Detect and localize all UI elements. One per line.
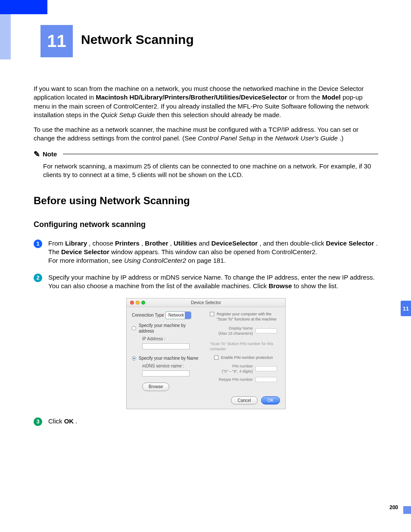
s1-l3b: on page 181. — [188, 257, 226, 264]
cancel-button[interactable]: Cancel — [231, 396, 257, 405]
ip-label: IP Address : — [132, 336, 202, 342]
connection-type-row: Connection Type Network — [132, 311, 202, 319]
step-3-bullet: 3 — [34, 417, 42, 426]
display-name-input[interactable] — [255, 328, 277, 333]
s1-l3i: Using ControlCenter2 — [124, 257, 186, 264]
ds-titlebar: Device Selector — [127, 299, 285, 307]
connection-type-label: Connection Type — [132, 313, 164, 317]
header-strip — [0, 0, 47, 14]
s1-l2a: The — [48, 248, 61, 255]
radio-name-label: Specify your machine by Name — [139, 355, 198, 361]
step-2-bullet: 2 — [34, 274, 42, 282]
display-name-text: Display Name — [229, 326, 253, 330]
mdns-name-input[interactable] — [142, 370, 190, 376]
retype-pin-input[interactable] — [255, 377, 277, 382]
ds-title: Device Selector — [127, 300, 285, 306]
radio-icon — [132, 356, 136, 361]
s1-g: . — [376, 240, 377, 247]
mdns-label: mDNS service name : — [132, 363, 202, 369]
side-tab: 11 — [401, 301, 411, 316]
ds-right-column: Register your computer with the "Scan To… — [210, 311, 280, 391]
note-header: ✎ Note — [34, 149, 378, 159]
intro-1b: or from the — [289, 93, 322, 101]
pencil-note-icon: ✎ — [34, 149, 40, 159]
section-heading: Before using Network Scanning — [34, 194, 378, 208]
radio-addr-label: Specify your machine by address — [139, 323, 202, 334]
ip-address-input[interactable] — [142, 343, 190, 349]
ok-button[interactable]: OK — [261, 396, 280, 405]
s1-utilities: Utilities — [174, 240, 197, 247]
s1-d: , — [170, 240, 174, 247]
intro-nug: Network User's Guide — [275, 134, 337, 142]
register-label: Register your computer with the "Scan To… — [217, 311, 280, 322]
radio-icon — [132, 326, 136, 330]
step-3: 3 Click OK . — [34, 417, 378, 426]
step-2: 2 Specify your machine by IP address or … — [34, 273, 378, 291]
enable-pin-check[interactable]: Enable PIN number protection — [210, 355, 280, 360]
intro-model: Model — [322, 93, 340, 101]
pin-label: PIN number ("0" – "9", 4 digits) — [210, 364, 253, 374]
connection-type-value: Network — [168, 312, 184, 318]
left-strip — [0, 14, 11, 59]
s1-devsel: DeviceSelector — [212, 240, 258, 247]
pin-input[interactable] — [255, 366, 277, 371]
ds-body: Connection Type Network Specify your mac… — [127, 307, 285, 394]
s1-devsel2: Device Selector — [326, 240, 374, 247]
intro-2b: in the — [258, 134, 275, 142]
pin-hint: ("0" – "9", 4 digits) — [222, 369, 253, 373]
chapter-number-box: 11 — [40, 25, 73, 57]
note-body: For network scanning, a maximum 25 of cl… — [34, 159, 378, 180]
s3-ok: OK — [64, 417, 74, 425]
s1-l2b: Device Selector — [61, 248, 109, 255]
retype-pin-row: Retype PIN number — [210, 377, 280, 382]
chapter-number: 11 — [47, 31, 66, 51]
step-1-bullet: 1 — [34, 240, 42, 248]
display-name-hint: (Max 15 characters) — [218, 331, 253, 336]
s1-b: , choose — [89, 240, 115, 247]
ds-left-column: Connection Type Network Specify your mac… — [132, 311, 202, 391]
ds-footer: Cancel OK — [127, 394, 285, 409]
page-number: 200 — [389, 504, 398, 510]
checkbox-icon — [214, 355, 218, 360]
page-corner-decoration — [403, 506, 411, 514]
pin-label-text: PIN number — [232, 364, 253, 368]
register-check[interactable]: Register your computer with the "Scan To… — [210, 311, 280, 322]
browse-row: Browse — [132, 383, 202, 391]
checkbox-icon — [210, 312, 214, 316]
body: If you want to scan from the machine on … — [34, 84, 378, 434]
note-rule — [63, 154, 378, 154]
s1-a: From — [48, 240, 65, 247]
step-2-text: Specify your machine by IP address or mD… — [48, 273, 378, 291]
intro-1d: then this selection should already be ma… — [157, 111, 281, 118]
browse-button[interactable]: Browse — [142, 383, 169, 391]
s2-b: to show the list. — [294, 282, 338, 289]
s1-printers: Printers — [115, 240, 140, 247]
s1-library: Library — [65, 240, 87, 247]
step-3-text: Click OK . — [48, 417, 378, 426]
s1-f: , and then double-click — [259, 240, 326, 247]
s1-e: and — [199, 240, 211, 247]
chapter-title: Network Scanning — [81, 32, 194, 47]
display-name-label: Display Name (Max 15 characters) — [210, 326, 253, 336]
intro-2c: .) — [339, 134, 343, 142]
intro-path: Macintosh HD/Library/Printers/Brother/Ut… — [96, 93, 287, 101]
subsection-heading: Configuring network scanning — [34, 219, 378, 230]
s1-l2c: window appears. This window can also be … — [111, 248, 317, 255]
step-1-text: From Library , choose Printers , Brother… — [48, 239, 378, 265]
s3-a: Click — [48, 417, 64, 425]
note-block: ✎ Note For network scanning, a maximum 2… — [34, 149, 378, 180]
radio-by-name[interactable]: Specify your machine by Name — [132, 355, 202, 361]
intro-para-2: To use the machine as a network scanner,… — [34, 125, 378, 143]
s1-brother: Brother — [145, 240, 168, 247]
enable-pin-label: Enable PIN number protection — [221, 355, 273, 360]
pin-row: PIN number ("0" – "9", 4 digits) — [210, 364, 280, 374]
retype-label: Retype PIN number — [210, 377, 253, 382]
s3-b: . — [75, 417, 77, 425]
connection-type-select[interactable]: Network — [165, 311, 192, 319]
device-selector-window: Device Selector Connection Type Network … — [126, 298, 286, 409]
intro-qsg: Quick Setup Guide — [101, 111, 155, 118]
radio-by-address[interactable]: Specify your machine by address — [132, 323, 202, 334]
note-label: Note — [43, 150, 57, 159]
intro-para-1: If you want to scan from the machine on … — [34, 84, 378, 119]
step-1: 1 From Library , choose Printers , Broth… — [34, 239, 378, 265]
